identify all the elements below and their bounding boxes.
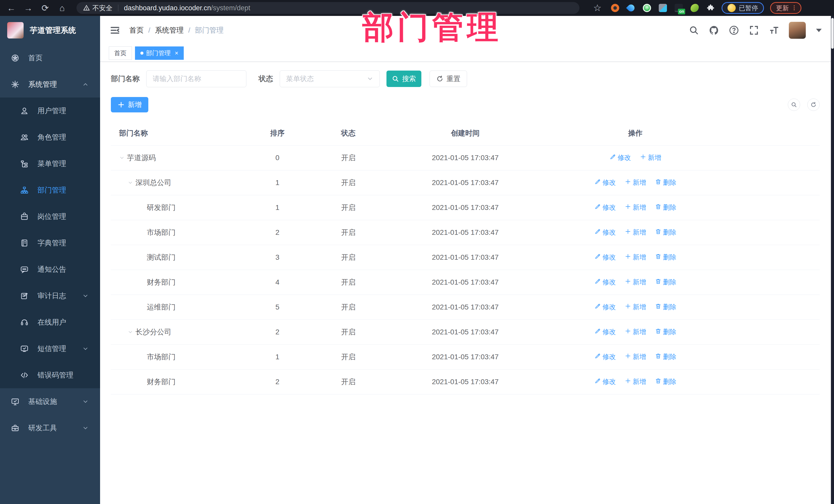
user-avatar[interactable] (789, 22, 806, 39)
add-icon (624, 328, 631, 336)
row-action-delete[interactable]: 删除 (655, 303, 676, 311)
sidebar-item-sms[interactable]: 短信管理 (0, 335, 100, 362)
sidebar-item-toolbox[interactable]: 研发工具 (0, 415, 100, 441)
row-action-edit[interactable]: 修改 (594, 377, 616, 386)
extension-dark-icon[interactable]: on (674, 3, 684, 13)
row-action-edit[interactable]: 修改 (594, 203, 616, 212)
row-action-delete[interactable]: 删除 (655, 203, 676, 212)
sidebar-item-monitor[interactable]: 基础设施 (0, 388, 100, 415)
row-action-edit[interactable]: 修改 (594, 327, 616, 336)
row-action-delete[interactable]: 删除 (655, 228, 676, 237)
sidebar-item-users[interactable]: 角色管理 (0, 124, 100, 150)
sidebar-item-headset[interactable]: 在线用户 (0, 309, 100, 335)
browser-forward-icon[interactable]: → (22, 1, 35, 15)
annotation-overlay-text: 部门管理 (363, 7, 502, 49)
sidebar-item-gear[interactable]: 系统管理 (0, 71, 100, 97)
row-action-edit[interactable]: 修改 (594, 228, 616, 237)
row-action-add[interactable]: 新增 (624, 377, 646, 386)
reset-button[interactable]: 重置 (430, 70, 467, 87)
extension-leaf-icon[interactable] (690, 3, 700, 13)
row-action-delete[interactable]: 删除 (655, 377, 676, 386)
breadcrumb-item[interactable]: 系统管理 (155, 25, 184, 35)
browser-update-button[interactable]: 更新 ⁝ (770, 2, 802, 14)
browser-menu-dots-icon[interactable]: ⁝ (793, 6, 795, 10)
extension-drop-icon[interactable] (626, 3, 636, 13)
row-action-delete[interactable]: 删除 (655, 352, 676, 361)
row-action-delete[interactable]: 删除 (655, 178, 676, 187)
search-button[interactable]: 搜索 (387, 70, 421, 87)
address-bar[interactable]: 不安全 dashboard.yudao.iocoder.cn/system/de… (76, 2, 579, 14)
row-action-add[interactable]: 新增 (624, 228, 646, 237)
github-icon[interactable] (709, 25, 719, 36)
row-action-add[interactable]: 新增 (624, 303, 646, 311)
table-row: 运维部门 5 开启 2021-01-05 17:03:47 修改新增删除 (111, 294, 820, 320)
row-action-delete[interactable]: 删除 (655, 278, 676, 287)
bookmark-star-icon[interactable]: ☆ (591, 1, 604, 15)
add-button[interactable]: 新增 (111, 97, 148, 112)
row-expand-caret-icon[interactable] (128, 329, 135, 335)
font-size-icon[interactable] (769, 25, 779, 36)
sidebar-item-code[interactable]: 错误码管理 (0, 362, 100, 388)
row-action-edit[interactable]: 修改 (610, 153, 631, 162)
sidebar-toggle-icon[interactable] (109, 25, 120, 36)
row-action-edit[interactable]: 修改 (594, 352, 616, 361)
users-icon (20, 133, 29, 141)
row-action-delete[interactable]: 删除 (655, 253, 676, 262)
sidebar-item-user[interactable]: 用户管理 (0, 97, 100, 124)
row-expand-caret-icon[interactable] (128, 180, 135, 185)
show-search-circle-button[interactable] (788, 98, 800, 111)
browser-home-icon[interactable]: ⌂ (56, 1, 69, 15)
tab-close-icon[interactable]: × (175, 49, 178, 57)
sidebar-item-announce[interactable]: 通知公告 (0, 256, 100, 283)
breadcrumb-item[interactable]: 首页 (129, 25, 144, 35)
avatar-caret-icon[interactable] (816, 29, 822, 32)
table-row: 测试部门 3 开启 2021-01-05 17:03:47 修改新增删除 (111, 245, 820, 270)
row-action-add[interactable]: 新增 (624, 352, 646, 361)
delete-icon (655, 253, 662, 262)
browser-reload-icon[interactable]: ⟳ (39, 1, 52, 15)
row-action-add[interactable]: 新增 (624, 178, 646, 187)
status-placeholder: 菜单状态 (286, 74, 314, 83)
row-action-delete[interactable]: 删除 (655, 327, 676, 336)
status-select[interactable]: 菜单状态 (280, 70, 380, 87)
table-row: 研发部门 1 开启 2021-01-05 17:03:47 修改新增删除 (111, 195, 820, 220)
refresh-circle-button[interactable] (807, 98, 820, 111)
update-label: 更新 (776, 4, 789, 12)
row-action-edit[interactable]: 修改 (594, 278, 616, 287)
cell-filler (727, 320, 820, 344)
app-logo-row[interactable]: 芋道管理系统 (0, 16, 100, 45)
sidebar-item-badge[interactable]: 岗位管理 (0, 203, 100, 230)
search-icon[interactable] (689, 25, 699, 36)
sidebar-item-org[interactable]: 部门管理 (0, 177, 100, 203)
cell-filler (727, 170, 820, 195)
scrollbar-thumb[interactable] (831, 18, 834, 49)
dept-name-input[interactable]: 请输入部门名称 (146, 70, 246, 87)
row-action-add[interactable]: 新增 (624, 278, 646, 287)
fullscreen-icon[interactable] (749, 25, 759, 36)
sidebar-item-book[interactable]: 字典管理 (0, 230, 100, 256)
chevron-down-icon (367, 75, 373, 82)
row-action-add[interactable]: 新增 (624, 253, 646, 262)
extension-green-check-icon[interactable] (642, 3, 652, 13)
row-action-edit[interactable]: 修改 (594, 303, 616, 311)
row-action-add[interactable]: 新增 (640, 153, 661, 162)
row-action-edit[interactable]: 修改 (594, 253, 616, 262)
tab-部门管理[interactable]: 部门管理× (135, 46, 184, 60)
help-icon[interactable] (729, 25, 739, 36)
sidebar-item-dashboard[interactable]: 首页 (0, 45, 100, 71)
site-security-indicator[interactable]: 不安全 (83, 4, 112, 13)
extensions-puzzle-icon[interactable] (706, 3, 716, 13)
page-scrollbar[interactable] (831, 16, 834, 504)
row-action-add[interactable]: 新增 (624, 203, 646, 212)
cell-sort: 0 (246, 145, 309, 170)
row-action-add[interactable]: 新增 (624, 327, 646, 336)
tab-首页[interactable]: 首页 (109, 46, 132, 60)
extension-orange-icon[interactable] (610, 3, 620, 13)
row-action-edit[interactable]: 修改 (594, 178, 616, 187)
extension-grid-icon[interactable] (658, 3, 668, 13)
sidebar-item-log[interactable]: 审计日志 (0, 283, 100, 309)
row-expand-caret-icon[interactable] (119, 155, 127, 161)
browser-profile-chip[interactable]: 已暂停 (722, 2, 764, 14)
sidebar-item-tree[interactable]: 菜单管理 (0, 150, 100, 177)
browser-back-icon[interactable]: ← (5, 1, 18, 15)
